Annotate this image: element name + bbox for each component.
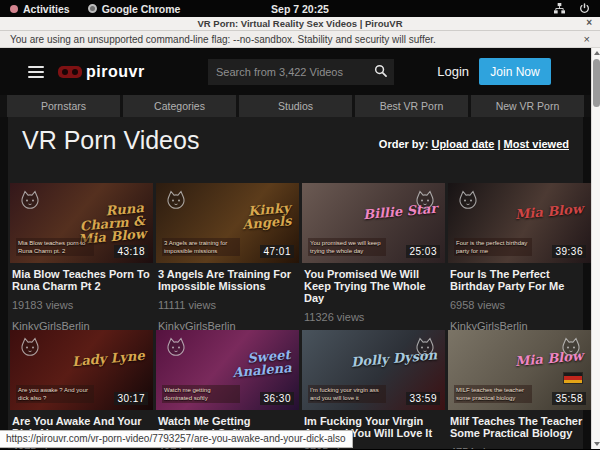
video-title[interactable]: Mia Blow Teaches Porn To Runa Charm Pt 2 — [12, 268, 151, 292]
video-title[interactable]: Four Is The Perfect Birthday Party For M… — [450, 268, 589, 292]
chrome-icon — [88, 4, 97, 13]
studio-cat-mask-watermark-icon — [164, 335, 188, 359]
thumbnail-overlay-title: Kinky Angels — [200, 201, 292, 235]
search-box — [208, 59, 394, 85]
site-header: pirouvr Login Join Now — [0, 48, 591, 95]
web-page: pirouvr Login Join Now Pornstars Categor… — [0, 48, 591, 449]
german-flag-icon — [563, 372, 583, 384]
video-thumbnail[interactable]: Mia Blow MILF teaches the teacher some p… — [448, 330, 591, 410]
video-thumbnail[interactable]: Billie Star You promised we will keep tr… — [302, 183, 445, 263]
activities-button[interactable]: Activities — [10, 3, 70, 15]
clock[interactable]: Sep 7 20:25 — [271, 3, 329, 15]
studio-cat-mask-watermark-icon — [164, 188, 188, 212]
warning-close-icon[interactable]: × — [584, 33, 590, 45]
video-title[interactable]: Milf Teaches The Teacher Some Practical … — [450, 415, 589, 439]
page-title: VR Porn Videos — [22, 126, 199, 155]
activities-label: Activities — [23, 3, 70, 15]
video-title[interactable]: 3 Angels Are Training For Impossible Mis… — [158, 268, 297, 292]
video-card[interactable]: Mia Blow MILF teaches the teacher some p… — [448, 330, 591, 449]
join-now-button[interactable]: Join Now — [479, 58, 551, 85]
video-duration-badge: 33:59 — [406, 392, 440, 405]
scrollbar-up-arrow-icon[interactable] — [592, 48, 600, 58]
video-title[interactable]: You Promised We Will Keep Trying The Who… — [304, 268, 443, 304]
video-duration-badge: 43:18 — [114, 245, 148, 258]
video-thumbnail[interactable]: Lady Lyne Are you awake ? And your dick … — [10, 330, 153, 410]
video-duration-badge: 47:01 — [260, 245, 294, 258]
vr-headset-logo-icon — [58, 66, 82, 78]
thumbnail-caption: 3 Angels are training for impossible mis… — [162, 238, 240, 256]
video-duration-badge: 36:30 — [260, 392, 294, 405]
thumbnail-overlay-title: Billie Star — [362, 202, 437, 221]
thumbnail-overlay-title: Lady Lyne — [72, 349, 146, 368]
nav-item-studios[interactable]: Studios — [239, 95, 352, 117]
video-thumbnail[interactable]: Sweet Analena Watch me getting dominated… — [156, 330, 299, 410]
login-link[interactable]: Login — [437, 64, 469, 79]
video-duration-badge: 35:58 — [552, 392, 586, 405]
nav-item-categories[interactable]: Categories — [123, 95, 236, 117]
window-title-bar: VR Porn: Virtual Reality Sex Videos | Pi… — [0, 17, 600, 31]
app-menu-google-chrome[interactable]: Google Chrome — [88, 3, 181, 15]
order-by-label: Order by: — [379, 138, 429, 150]
search-input[interactable] — [208, 66, 366, 78]
thumbnail-overlay-title: Mia Blow — [514, 349, 583, 368]
thumbnail-caption: You promised we will keep trying the who… — [308, 238, 386, 256]
order-by-upload-date-link[interactable]: Upload date — [431, 138, 494, 150]
video-thumbnail[interactable]: Runa Charm & Mia Blow Mia Blow teaches p… — [10, 183, 153, 263]
nav-item-best-vr-porn[interactable]: Best VR Porn — [355, 95, 468, 117]
window-close-icon[interactable]: × — [586, 17, 592, 28]
thumbnail-caption: I'm fucking your virgin ass and you will… — [308, 385, 386, 403]
studio-cat-mask-watermark-icon — [18, 188, 42, 212]
thumbnail-overlay-title: Mia Blow — [514, 202, 583, 221]
studio-cat-mask-watermark-icon — [456, 188, 480, 212]
activities-indicator-icon — [10, 5, 18, 13]
video-views: 19183 views — [12, 299, 151, 311]
order-by-controls: Order by: Upload date | Most viewed — [379, 138, 569, 150]
thumbnail-overlay-title: Sweet Analena — [200, 348, 292, 382]
warning-text: You are using an unsupported command-lin… — [10, 34, 436, 45]
video-thumbnail[interactable]: Dolly Dyson I'm fucking your virgin ass … — [302, 330, 445, 410]
system-top-bar: Activities Google Chrome Sep 7 20:25 — [0, 0, 600, 17]
app-menu-label: Google Chrome — [102, 3, 181, 15]
thumbnail-caption: Watch me getting dominated softly — [162, 385, 240, 403]
thumbnail-caption: Mia Blow teaches porn to Runa Charm pt. … — [16, 238, 94, 256]
thumbnail-caption: MILF teaches the teacher some practical … — [454, 385, 532, 403]
thumbnail-caption: Are you awake ? And your dick also ? — [16, 385, 94, 403]
content-panel: VR Porn Videos Order by: Upload date | M… — [8, 117, 583, 449]
video-card[interactable]: Billie Star You promised we will keep tr… — [302, 183, 445, 330]
studio-cat-mask-watermark-icon — [18, 335, 42, 359]
video-duration-badge: 39:36 — [552, 245, 586, 258]
video-views: 11111 views — [158, 299, 297, 311]
nav-item-pornstars[interactable]: Pornstars — [7, 95, 120, 117]
chrome-warning-bar: You are using an unsupported command-lin… — [0, 31, 600, 48]
main-nav: Pornstars Categories Studios Best VR Por… — [0, 95, 591, 117]
video-grid: Runa Charm & Mia Blow Mia Blow teaches p… — [10, 183, 591, 449]
thumbnail-caption: Four is the perfect birthday party for m… — [454, 238, 532, 256]
video-thumbnail[interactable]: Kinky Angels 3 Angels are training for i… — [156, 183, 299, 263]
site-logo-text: pirouvr — [86, 63, 145, 81]
search-button[interactable] — [366, 59, 394, 85]
scrollbar-thumb[interactable] — [593, 59, 600, 107]
video-views: 11326 views — [304, 311, 443, 323]
video-card[interactable]: Runa Charm & Mia Blow Mia Blow teaches p… — [10, 183, 153, 330]
network-icon[interactable] — [554, 3, 565, 14]
nav-item-new-vr-porn[interactable]: New VR Porn — [471, 95, 584, 117]
status-url-bubble: https://pirouvr.com/vr-porn-video/779325… — [0, 430, 353, 448]
power-icon[interactable] — [579, 3, 590, 14]
page-scrollbar[interactable] — [591, 48, 600, 449]
window-title: VR Porn: Virtual Reality Sex Videos | Pi… — [197, 18, 402, 29]
hamburger-menu-icon[interactable] — [28, 63, 44, 81]
video-thumbnail[interactable]: Mia Blow Four is the perfect birthday pa… — [448, 183, 591, 263]
browser-viewport: pirouvr Login Join Now Pornstars Categor… — [0, 48, 600, 449]
video-duration-badge: 25:03 — [406, 245, 440, 258]
site-logo[interactable]: pirouvr — [58, 63, 145, 81]
thumbnail-overlay-title: Dolly Dyson — [350, 348, 437, 368]
scrollbar-down-arrow-icon[interactable] — [592, 439, 600, 449]
video-duration-badge: 30:17 — [114, 392, 148, 405]
video-card[interactable]: Kinky Angels 3 Angels are training for i… — [156, 183, 299, 330]
search-icon — [374, 64, 387, 80]
video-views: 6958 views — [450, 299, 589, 311]
video-views: 4754 views — [450, 446, 589, 449]
order-by-most-viewed-link[interactable]: Most viewed — [504, 138, 569, 150]
video-card[interactable]: Mia Blow Four is the perfect birthday pa… — [448, 183, 591, 330]
